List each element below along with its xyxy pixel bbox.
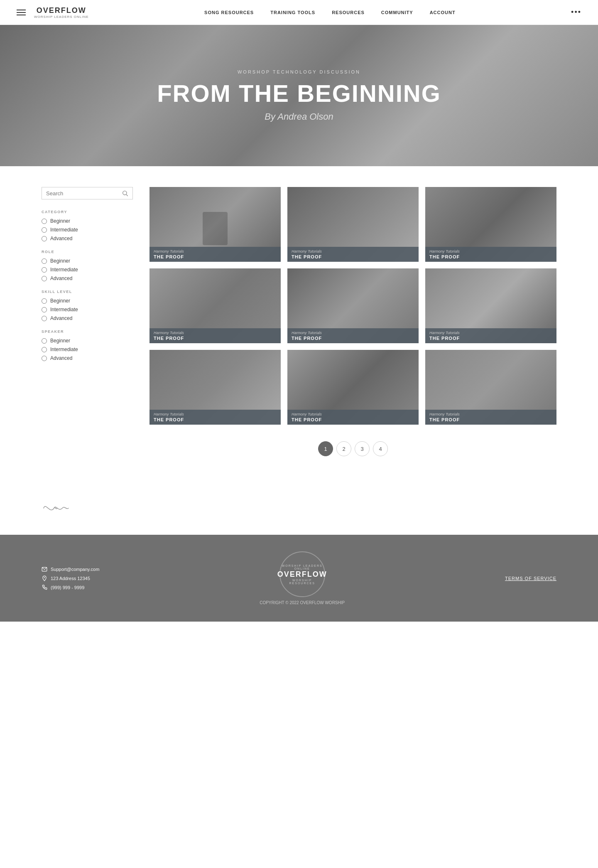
footer-center: WORSHIP LEADERS ONLINE OVERFLOW WORSHIP … <box>260 551 345 605</box>
nav-links: SONG RESOURCES TRAINING TOOLS RESOURCES … <box>204 10 456 15</box>
video-title-2: THE PROOF <box>292 254 414 259</box>
sidebar: CATEGORY Beginner Intermediate Advanced … <box>42 187 133 465</box>
pagination: 1 2 3 4 <box>150 441 556 465</box>
page-btn-4[interactable]: 4 <box>373 441 388 456</box>
filter-skill-label: SKILL LEVEL <box>42 290 133 294</box>
video-title-1: THE PROOF <box>154 254 277 259</box>
location-icon <box>42 575 47 581</box>
nav-account[interactable]: ACCOUNT <box>430 10 456 15</box>
filter-category-intermediate[interactable]: Intermediate <box>42 227 133 233</box>
video-grid-area: Harmony Tutorials THE PROOF Harmony Tuto… <box>150 187 556 465</box>
filter-speaker: SPEAKER Beginner Intermediate Advanced <box>42 329 133 361</box>
navigation: OVERFLOW WORSHIP LEADERS ONLINE SONG RES… <box>0 0 598 25</box>
search-icon <box>122 190 128 197</box>
video-category-1: Harmony Tutorials <box>154 249 277 253</box>
video-category-6: Harmony Tutorials <box>429 331 552 335</box>
video-card-8[interactable]: Harmony Tutorials THE PROOF <box>287 350 419 425</box>
search-box[interactable] <box>42 187 133 199</box>
filter-speaker-intermediate[interactable]: Intermediate <box>42 347 133 352</box>
video-title-8: THE PROOF <box>292 417 414 422</box>
video-category-3: Harmony Tutorials <box>429 249 552 253</box>
filter-category-beginner[interactable]: Beginner <box>42 218 133 224</box>
filter-category-label: CATEGORY <box>42 210 133 214</box>
video-grid: Harmony Tutorials THE PROOF Harmony Tuto… <box>150 187 556 425</box>
video-title-6: THE PROOF <box>429 336 552 341</box>
filter-skill-advanced[interactable]: Advanced <box>42 315 133 321</box>
video-category-8: Harmony Tutorials <box>292 412 414 416</box>
filter-speaker-beginner[interactable]: Beginner <box>42 338 133 344</box>
video-title-3: THE PROOF <box>429 254 552 259</box>
hero-banner: WORSHOP TECHNOLOGY DISCUSSION FROM THE B… <box>0 25 598 166</box>
video-card-6[interactable]: Harmony Tutorials THE PROOF <box>425 268 556 343</box>
filter-skill-beginner[interactable]: Beginner <box>42 298 133 304</box>
svg-point-3 <box>44 577 45 578</box>
svg-point-0 <box>123 191 127 195</box>
video-title-7: THE PROOF <box>154 417 277 422</box>
video-category-2: Harmony Tutorials <box>292 249 414 253</box>
page-btn-3[interactable]: 3 <box>355 441 370 456</box>
filter-category-advanced[interactable]: Advanced <box>42 236 133 241</box>
email-icon <box>42 566 47 572</box>
filter-speaker-label: SPEAKER <box>42 329 133 334</box>
filter-role-advanced[interactable]: Advanced <box>42 275 133 281</box>
hero-subtitle: WORSHOP TECHNOLOGY DISCUSSION <box>157 69 441 74</box>
terms-of-service[interactable]: TERMS OF SERVICE <box>505 576 556 581</box>
hero-author: By Andrea Olson <box>157 111 441 122</box>
svg-line-1 <box>126 194 128 196</box>
video-category-7: Harmony Tutorials <box>154 412 277 416</box>
page-btn-2[interactable]: 2 <box>336 441 351 456</box>
nav-community[interactable]: COMMUNITY <box>381 10 413 15</box>
video-title-9: THE PROOF <box>429 417 552 422</box>
video-card-9[interactable]: Harmony Tutorials THE PROOF <box>425 350 556 425</box>
filter-role-beginner[interactable]: Beginner <box>42 258 133 264</box>
video-card-2[interactable]: Harmony Tutorials THE PROOF <box>287 187 419 262</box>
footer-address: 123 Address 12345 <box>42 575 99 581</box>
video-title-5: THE PROOF <box>292 336 414 341</box>
video-card-5[interactable]: Harmony Tutorials THE PROOF <box>287 268 419 343</box>
filter-category: CATEGORY Beginner Intermediate Advanced <box>42 210 133 241</box>
site-logo[interactable]: OVERFLOW WORSHIP LEADERS ONLINE <box>34 6 89 19</box>
video-category-4: Harmony Tutorials <box>154 331 277 335</box>
video-card-3[interactable]: Harmony Tutorials THE PROOF <box>425 187 556 262</box>
footer-email: Support@company.com <box>42 566 99 572</box>
more-options[interactable]: ••• <box>571 8 581 17</box>
video-card-4[interactable]: Harmony Tutorials THE PROOF <box>150 268 281 343</box>
footer: Support@company.com 123 Address 12345 (9… <box>0 535 598 622</box>
hero-title: FROM THE BEGINNING <box>157 79 441 107</box>
signature-logo <box>42 498 556 522</box>
nav-song-resources[interactable]: SONG RESOURCES <box>204 10 254 15</box>
phone-icon <box>42 585 47 590</box>
footer-signature-area <box>0 485 598 535</box>
filter-speaker-advanced[interactable]: Advanced <box>42 355 133 361</box>
video-category-5: Harmony Tutorials <box>292 331 414 335</box>
filter-role-intermediate[interactable]: Intermediate <box>42 267 133 273</box>
filter-role: ROLE Beginner Intermediate Advanced <box>42 250 133 281</box>
search-input[interactable] <box>46 190 122 197</box>
main-content: CATEGORY Beginner Intermediate Advanced … <box>0 166 598 485</box>
video-card-1[interactable]: Harmony Tutorials THE PROOF <box>150 187 281 262</box>
filter-skill-intermediate[interactable]: Intermediate <box>42 307 133 312</box>
footer-contact: Support@company.com 123 Address 12345 (9… <box>42 566 99 590</box>
video-category-9: Harmony Tutorials <box>429 412 552 416</box>
video-title-4: THE PROOF <box>154 336 277 341</box>
filter-role-label: ROLE <box>42 250 133 254</box>
page-btn-1[interactable]: 1 <box>318 441 333 456</box>
nav-training-tools[interactable]: TRAINING TOOLS <box>270 10 315 15</box>
hamburger-menu[interactable] <box>17 10 26 15</box>
nav-resources[interactable]: RESOURCES <box>332 10 365 15</box>
footer-phone: (999) 999 - 9999 <box>42 585 99 590</box>
filter-skill-level: SKILL LEVEL Beginner Intermediate Advanc… <box>42 290 133 321</box>
footer-copyright: COPYRIGHT © 2022 OVERFLOW WORSHIP <box>260 600 345 605</box>
footer-overflow-logo: WORSHIP LEADERS ONLINE OVERFLOW WORSHIP … <box>279 551 325 597</box>
video-card-7[interactable]: Harmony Tutorials THE PROOF <box>150 350 281 425</box>
